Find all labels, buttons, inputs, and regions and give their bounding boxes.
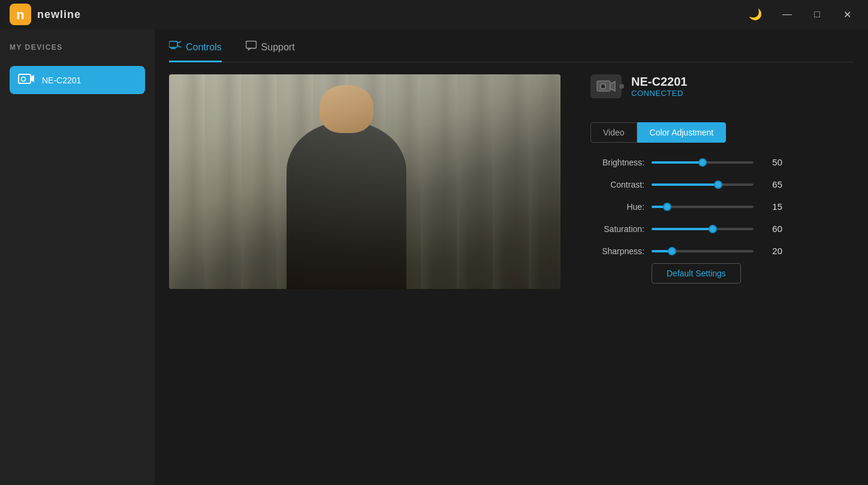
saturation-value: 60: [761, 224, 782, 234]
tab-support[interactable]: Support: [246, 41, 295, 62]
device-info-status: CONNECTED: [631, 89, 687, 98]
close-button[interactable]: ✕: [833, 5, 861, 24]
saturation-row: Saturation: 60: [590, 224, 794, 234]
right-panel: NE-C2201 CONNECTED Video Color Adjustmen…: [578, 74, 794, 284]
support-tab-icon: [246, 41, 257, 53]
device-info: NE-C2201 CONNECTED: [631, 75, 687, 98]
tab-controls-label: Controls: [186, 42, 222, 53]
maximize-button[interactable]: □: [803, 5, 831, 24]
brightness-label: Brightness:: [590, 158, 644, 167]
contrast-label: Contrast:: [590, 180, 644, 189]
svg-rect-5: [169, 41, 177, 47]
sharpness-track: [652, 250, 754, 252]
saturation-label: Saturation:: [590, 224, 644, 234]
controls-tab-icon: [169, 41, 181, 53]
video-container: [169, 74, 560, 289]
title-bar-controls: 🌙 — □ ✕: [745, 5, 861, 24]
hue-row: Hue: 15: [590, 201, 794, 212]
hue-label: Hue:: [590, 202, 644, 212]
tab-controls[interactable]: Controls: [169, 41, 222, 62]
brightness-track: [652, 161, 754, 164]
contrast-row: Contrast: 65: [590, 179, 794, 189]
default-settings-button[interactable]: Default Settings: [652, 263, 741, 284]
app-title: newline: [37, 8, 81, 21]
svg-marker-13: [610, 82, 615, 91]
svg-line-6: [177, 41, 181, 43]
tabs-bar: Controls Support: [169, 41, 854, 62]
tab-support-label: Support: [261, 42, 295, 53]
device-header: NE-C2201 CONNECTED: [590, 74, 794, 108]
svg-text:n: n: [16, 7, 24, 22]
device-camera-large-icon: [590, 74, 622, 98]
app-body: MY DEVICES NE-C2201: [0, 29, 868, 485]
sharpness-row: Sharpness: 20: [590, 246, 794, 256]
sharpness-label: Sharpness:: [590, 246, 644, 256]
brightness-row: Brightness: 50: [590, 157, 794, 167]
hue-track: [652, 206, 754, 208]
sliders-area: Brightness: 50 Contrast:: [590, 157, 794, 256]
svg-rect-11: [169, 74, 560, 289]
sidebar: MY DEVICES NE-C2201: [0, 29, 155, 485]
sharpness-value: 20: [761, 246, 782, 256]
theme-toggle-button[interactable]: 🌙: [745, 5, 766, 24]
brightness-value: 50: [761, 157, 782, 167]
svg-rect-10: [246, 41, 256, 49]
saturation-track: [652, 228, 754, 230]
sidebar-section-title: MY DEVICES: [10, 43, 145, 52]
svg-rect-2: [19, 74, 31, 83]
title-bar-left: n newline: [10, 4, 81, 25]
sidebar-device-name: NE-C2201: [42, 76, 81, 85]
device-info-name: NE-C2201: [631, 75, 687, 89]
hue-value: 15: [761, 201, 782, 212]
main-content: Controls Support: [155, 29, 868, 485]
control-tab-video[interactable]: Video: [590, 122, 637, 143]
contrast-track: [652, 183, 754, 186]
svg-point-4: [22, 77, 26, 82]
sidebar-device-item[interactable]: NE-C2201: [10, 66, 145, 94]
control-tabs: Video Color Adjustment: [590, 122, 794, 143]
contrast-value: 65: [761, 179, 782, 189]
app-logo-icon: n: [10, 4, 31, 25]
title-bar: n newline 🌙 — □ ✕: [0, 0, 868, 29]
light-rays: [169, 74, 560, 289]
svg-point-15: [602, 85, 604, 88]
device-list-icon: [18, 72, 35, 88]
content-row: NE-C2201 CONNECTED Video Color Adjustmen…: [169, 74, 854, 289]
svg-line-7: [177, 46, 181, 47]
control-tab-color[interactable]: Color Adjustment: [637, 122, 727, 143]
minimize-button[interactable]: —: [773, 5, 801, 24]
webcam-scene: [169, 74, 560, 289]
